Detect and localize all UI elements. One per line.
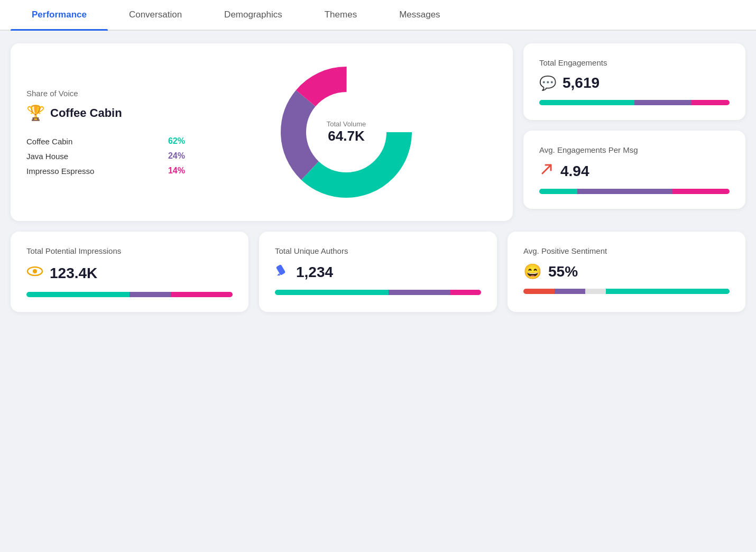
- sov-item-label-coffee-cabin: Coffee Cabin: [26, 137, 72, 146]
- avg-engagements-progress: [539, 189, 730, 194]
- sov-brand-row: 🏆 Coffee Cabin: [26, 104, 185, 122]
- unique-authors-title: Total Unique Authors: [275, 246, 481, 255]
- progress-segment-pink: [450, 290, 482, 295]
- progress-segment-pink: [692, 100, 730, 105]
- sov-item-label-impresso: Impresso Espresso: [26, 167, 94, 176]
- total-engagements-progress: [539, 100, 730, 105]
- sov-brand-name: Coffee Cabin: [50, 106, 122, 120]
- total-engagements-title: Total Engagements: [539, 58, 730, 67]
- total-impressions-row: 123.4K: [26, 263, 233, 283]
- donut-center-label: Total Volume 64.7K: [327, 120, 366, 144]
- sentiment-segment-red: [523, 289, 555, 294]
- avg-engagements-title: Avg. Engagements Per Msg: [539, 145, 730, 154]
- svg-point-1: [33, 269, 37, 273]
- unique-authors-row: 1,234: [275, 263, 481, 281]
- eye-svg: [26, 263, 43, 280]
- donut-chart-container: Total Volume 64.7K: [196, 58, 497, 206]
- svg-rect-3: [276, 264, 286, 275]
- donut-chart: Total Volume 64.7K: [272, 58, 420, 206]
- avg-sentiment-progress: [523, 289, 730, 294]
- bottom-row: Total Potential Impressions 123.4K Total…: [11, 232, 745, 312]
- sov-items-list: Coffee Cabin 62% Java House 24% Impresso…: [26, 136, 185, 176]
- share-of-voice-card: Share of Voice 🏆 Coffee Cabin Coffee Cab…: [11, 43, 513, 221]
- progress-segment-teal: [26, 292, 130, 297]
- main-content: Share of Voice 🏆 Coffee Cabin Coffee Cab…: [0, 31, 756, 325]
- sov-item-pct-coffee-cabin: 62%: [168, 136, 185, 146]
- avg-engagements-row: 4.94: [539, 162, 730, 180]
- progress-segment-teal: [539, 100, 634, 105]
- total-engagements-card: Total Engagements 💬 5,619: [523, 43, 745, 120]
- avg-engagements-card: Avg. Engagements Per Msg 4.94: [523, 131, 745, 209]
- svg-line-0: [542, 165, 551, 173]
- progress-segment-pink: [171, 292, 233, 297]
- tab-performance[interactable]: Performance: [11, 0, 108, 30]
- sov-item-java-house: Java House 24%: [26, 151, 185, 161]
- progress-segment-purple: [577, 189, 672, 194]
- sov-item-label-java-house: Java House: [26, 152, 68, 161]
- progress-segment-purple: [130, 292, 171, 297]
- sov-item-coffee-cabin: Coffee Cabin 62%: [26, 136, 185, 146]
- total-engagements-value: 5,619: [563, 75, 600, 91]
- avg-sentiment-row: 😄 55%: [523, 263, 730, 280]
- navigation-tabs: Performance Conversation Demographics Th…: [0, 0, 756, 31]
- pencil-svg: [275, 263, 290, 278]
- arrow-svg: [539, 162, 554, 177]
- chat-bubble-icon: 💬: [539, 75, 556, 91]
- total-impressions-value: 123.4K: [50, 265, 97, 282]
- progress-segment-purple: [389, 290, 450, 295]
- tab-demographics[interactable]: Demographics: [203, 0, 303, 30]
- top-row: Share of Voice 🏆 Coffee Cabin Coffee Cab…: [11, 43, 745, 221]
- avg-sentiment-value: 55%: [548, 263, 578, 280]
- unique-authors-progress: [275, 290, 481, 295]
- sov-title: Share of Voice: [26, 89, 185, 98]
- eye-icon: [26, 263, 43, 283]
- sentiment-segment-gray: [585, 289, 606, 294]
- progress-segment-teal: [539, 189, 577, 194]
- right-column: Total Engagements 💬 5,619 Avg. Engagemen…: [523, 43, 745, 221]
- sentiment-segment-purple: [555, 289, 586, 294]
- sov-item-impresso: Impresso Espresso 14%: [26, 166, 185, 176]
- tab-messages[interactable]: Messages: [378, 0, 461, 30]
- smiley-icon: 😄: [523, 263, 542, 280]
- total-impressions-card: Total Potential Impressions 123.4K: [11, 232, 248, 312]
- progress-segment-pink: [672, 189, 730, 194]
- sov-item-pct-java-house: 24%: [168, 151, 185, 161]
- arrow-up-right-icon: [539, 162, 554, 180]
- donut-total-value: 64.7K: [327, 128, 366, 144]
- progress-segment-teal: [275, 290, 389, 295]
- tab-conversation[interactable]: Conversation: [108, 0, 203, 30]
- donut-total-label: Total Volume: [327, 120, 366, 128]
- avg-engagements-value: 4.94: [560, 163, 589, 180]
- total-impressions-progress: [26, 292, 233, 297]
- unique-authors-value: 1,234: [296, 264, 333, 281]
- pencil-icon: [275, 263, 290, 281]
- tab-themes[interactable]: Themes: [303, 0, 378, 30]
- sov-left-panel: Share of Voice 🏆 Coffee Cabin Coffee Cab…: [26, 89, 185, 176]
- avg-sentiment-title: Avg. Positive Sentiment: [523, 246, 730, 255]
- progress-segment-purple: [634, 100, 692, 105]
- avg-sentiment-card: Avg. Positive Sentiment 😄 55%: [508, 232, 745, 312]
- total-engagements-row: 💬 5,619: [539, 75, 730, 91]
- sentiment-segment-teal: [606, 289, 730, 294]
- sov-item-pct-impresso: 14%: [168, 166, 185, 176]
- trophy-icon: 🏆: [26, 104, 45, 122]
- total-impressions-title: Total Potential Impressions: [26, 246, 233, 255]
- unique-authors-card: Total Unique Authors 1,234: [259, 232, 497, 312]
